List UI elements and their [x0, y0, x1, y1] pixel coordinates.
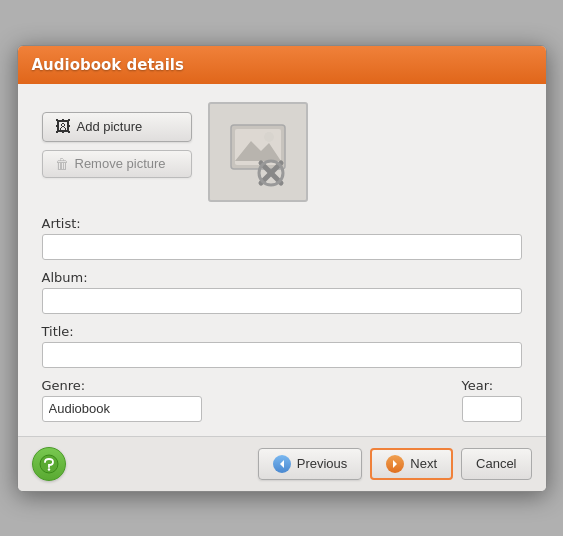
next-label: Next [410, 456, 437, 471]
audiobook-details-dialog: Audiobook details 🖼 Add picture 🗑 Remove… [17, 45, 547, 492]
artist-field-group: Artist: [42, 216, 522, 260]
previous-icon [273, 455, 291, 473]
next-icon [386, 455, 404, 473]
placeholder-image-icon [223, 117, 293, 187]
dialog-body: 🖼 Add picture 🗑 Remove picture [18, 84, 546, 436]
add-picture-label: Add picture [77, 119, 143, 134]
remove-picture-label: Remove picture [75, 156, 166, 171]
year-input[interactable] [462, 396, 522, 422]
year-field-group: Year: [462, 378, 522, 422]
dialog-title: Audiobook details [32, 56, 184, 74]
footer-left [32, 447, 66, 481]
picture-buttons: 🖼 Add picture 🗑 Remove picture [42, 102, 192, 178]
genre-year-row: Genre: Year: [42, 378, 522, 422]
title-field-group: Title: [42, 324, 522, 368]
title-label: Title: [42, 324, 522, 339]
album-input[interactable] [42, 288, 522, 314]
artist-input[interactable] [42, 234, 522, 260]
svg-marker-9 [280, 460, 284, 468]
album-field-group: Album: [42, 270, 522, 314]
remove-picture-button[interactable]: 🗑 Remove picture [42, 150, 192, 178]
help-button[interactable] [32, 447, 66, 481]
svg-marker-10 [393, 460, 397, 468]
svg-point-3 [264, 132, 274, 142]
add-picture-button[interactable]: 🖼 Add picture [42, 112, 192, 142]
add-picture-icon: 🖼 [55, 118, 71, 136]
genre-input[interactable] [42, 396, 202, 422]
dialog-footer: Previous Next Cancel [18, 436, 546, 491]
cancel-label: Cancel [476, 456, 516, 471]
dialog-titlebar: Audiobook details [18, 46, 546, 84]
help-icon [39, 454, 59, 474]
remove-picture-icon: 🗑 [55, 156, 69, 172]
picture-placeholder [208, 102, 308, 202]
title-input[interactable] [42, 342, 522, 368]
top-section: 🖼 Add picture 🗑 Remove picture [42, 102, 522, 202]
next-button[interactable]: Next [370, 448, 453, 480]
previous-button[interactable]: Previous [258, 448, 363, 480]
previous-label: Previous [297, 456, 348, 471]
album-label: Album: [42, 270, 522, 285]
cancel-button[interactable]: Cancel [461, 448, 531, 480]
genre-field-group: Genre: [42, 378, 202, 422]
genre-label: Genre: [42, 378, 202, 393]
footer-right: Previous Next Cancel [258, 448, 532, 480]
year-label: Year: [462, 378, 522, 393]
svg-point-8 [47, 468, 49, 470]
artist-label: Artist: [42, 216, 522, 231]
